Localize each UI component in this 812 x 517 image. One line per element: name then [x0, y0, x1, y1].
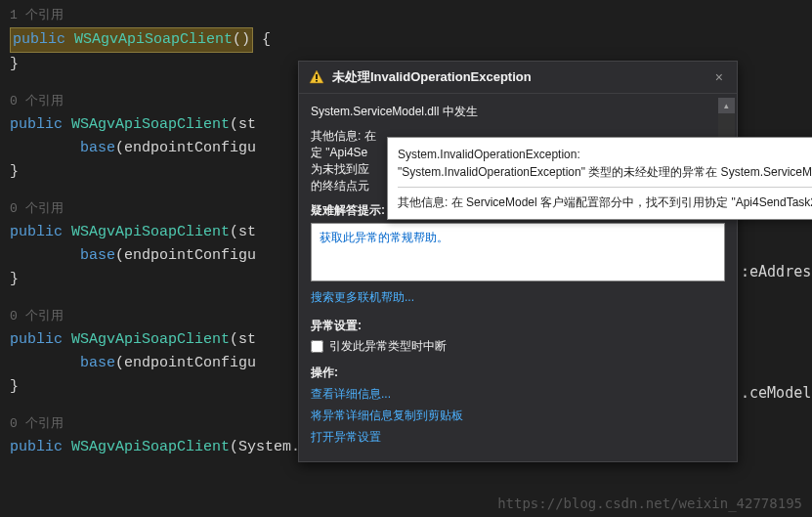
warning-icon — [309, 69, 324, 85]
code-fragment: .ceModel — [741, 384, 811, 402]
exception-tooltip: System.InvalidOperationException: "Syste… — [387, 137, 812, 220]
tooltip-line: 其他信息: 在 ServiceModel 客户端配置部分中，找不到引用协定 "A… — [398, 194, 812, 211]
svg-rect-2 — [316, 80, 318, 82]
exception-source: System.ServiceModel.dll 中发生 — [311, 104, 725, 120]
exception-settings-label: 异常设置: — [311, 318, 725, 334]
svg-rect-1 — [316, 74, 318, 79]
watermark: https://blog.csdn.net/weixin_42778195 — [497, 495, 802, 511]
tooltip-line: "System.InvalidOperationException" 类型的未经… — [398, 163, 812, 181]
close-button[interactable]: × — [711, 69, 727, 85]
exception-popup: 未处理InvalidOperationException × ▴ ▾ Syste… — [298, 61, 738, 462]
break-on-exception-checkbox[interactable] — [311, 340, 323, 353]
popup-title: 未处理InvalidOperationException — [332, 68, 711, 86]
tooltip-line: System.InvalidOperationException: — [398, 146, 812, 163]
code-fragment: :eAddres — [741, 263, 811, 280]
troubleshoot-box: 获取此异常的常规帮助。 — [311, 223, 725, 281]
code-line: public WSAgvApiSoapClient() { — [10, 27, 802, 53]
open-exception-settings-link[interactable]: 打开异常设置 — [311, 429, 725, 446]
references-count: 1 个引用 — [10, 4, 802, 27]
popup-header: 未处理InvalidOperationException × — [299, 62, 737, 94]
checkbox-label: 引发此异常类型时中断 — [329, 338, 447, 355]
copy-exception-link[interactable]: 将异常详细信息复制到剪贴板 — [311, 408, 725, 424]
divider — [398, 187, 812, 188]
actions-label: 操作: — [311, 365, 725, 381]
search-help-link[interactable]: 搜索更多联机帮助... — [311, 290, 414, 304]
view-details-link[interactable]: 查看详细信息... — [311, 386, 725, 403]
scroll-up-button[interactable]: ▴ — [718, 98, 735, 113]
help-link[interactable]: 获取此异常的常规帮助。 — [320, 231, 449, 244]
